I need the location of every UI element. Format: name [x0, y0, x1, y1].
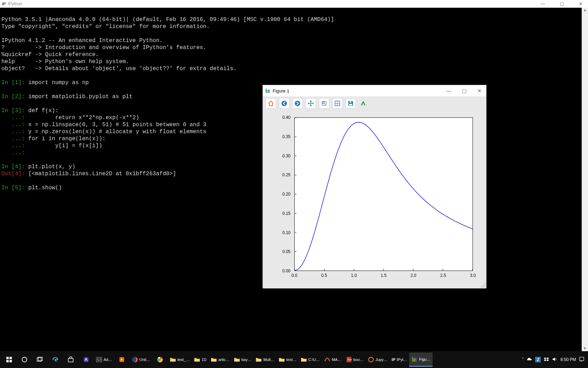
folder-button[interactable]: text…: [276, 353, 299, 367]
in-prompt: In [5]:: [1, 185, 28, 191]
clock[interactable]: 8:50 PM: [560, 357, 576, 362]
pdf-button[interactable]: PDFboo…: [344, 353, 366, 367]
svg-line-7: [324, 103, 325, 104]
cont-prompt: ...:: [1, 122, 28, 128]
store-button[interactable]: [63, 353, 78, 367]
task-label: IPyt…: [397, 357, 407, 362]
chrome-button[interactable]: [152, 353, 168, 367]
svg-rect-36: [68, 359, 73, 362]
y-tick-label: 0.15: [282, 211, 290, 216]
x-tick-label: 1.0: [351, 273, 357, 278]
zoom-button[interactable]: [319, 98, 329, 109]
folder-button[interactable]: bay…: [232, 353, 254, 367]
maximize-button[interactable]: ▢: [556, 1, 567, 6]
taskview-button[interactable]: [32, 353, 48, 367]
folder-button[interactable]: artic…: [209, 353, 232, 367]
figure-window-controls: — ▢ ✕: [444, 88, 484, 94]
code-line: for i in range(len(x)):: [28, 136, 106, 142]
output-line: [<matplotlib.lines.Line2D at 0x1bff263af…: [28, 171, 176, 177]
save-button[interactable]: [345, 98, 356, 109]
code-line: import numpy as np: [28, 80, 89, 86]
task-label: C:\U…: [308, 357, 320, 362]
volume-icon[interactable]: [552, 356, 558, 363]
scroll-down-icon[interactable]: ▼: [582, 347, 588, 350]
terminal-line: %quickref -> Quick reference.: [1, 52, 99, 58]
minimize-button[interactable]: —: [538, 1, 548, 6]
matlab-button[interactable]: MA…: [322, 353, 344, 367]
svg-rect-31: [6, 360, 9, 362]
terminal-line: Python 3.5.1 |Anaconda 4.0.0 (64-bit)| (…: [1, 16, 334, 23]
svg-point-33: [22, 357, 27, 362]
app-title: IPython: [8, 1, 538, 6]
cont-prompt: ...:: [1, 136, 28, 142]
svg-point-4: [295, 101, 300, 106]
svg-point-6: [322, 102, 324, 104]
cortana-button[interactable]: [17, 353, 32, 367]
resize-grip[interactable]: [481, 283, 485, 288]
task-label: Jupy…: [376, 357, 387, 362]
svg-rect-29: [6, 357, 9, 359]
x-tick-label: 3.0: [470, 273, 476, 278]
y-tick-label: 0.40: [282, 115, 290, 120]
edge-button[interactable]: [48, 353, 63, 367]
cont-prompt: ...:: [1, 115, 28, 121]
code-line: import matplotlib.pyplot as plt: [28, 94, 133, 100]
folder-button[interactable]: C:\U…: [299, 353, 322, 367]
home-button[interactable]: [266, 98, 276, 109]
svg-rect-0: [266, 89, 267, 93]
figure-maximize-button[interactable]: ▢: [460, 88, 469, 94]
code-line: y = np.zeros(len(x)) # allocate y with f…: [28, 129, 206, 135]
code-line: plt.show(): [28, 185, 62, 191]
plot-canvas[interactable]: [294, 117, 473, 271]
folder-button[interactable]: 1D: [192, 353, 209, 367]
main-scrollbar[interactable]: ▲ ▼: [582, 8, 588, 351]
subplots-button[interactable]: [332, 98, 343, 109]
ipython-task-button[interactable]: IPIPyt…: [390, 353, 409, 367]
code-line: x = np.linspace(0, 3, 51) # 51 points be…: [28, 122, 206, 128]
y-tick-label: 0.30: [282, 154, 290, 158]
figure-task-button[interactable]: Figu…: [409, 353, 432, 367]
back-button[interactable]: [279, 98, 289, 109]
svg-rect-2: [268, 89, 270, 93]
action-center-icon[interactable]: [579, 356, 584, 363]
cont-prompt: ...:: [1, 150, 28, 156]
folder-button[interactable]: test_…: [168, 353, 192, 367]
firefox-button[interactable]: Unti…: [130, 353, 152, 367]
out-prompt: Out[4]:: [1, 171, 28, 177]
scroll-up-icon[interactable]: ▲: [582, 8, 588, 12]
task-label: bay…: [241, 357, 252, 362]
in-prompt: In [1]:: [1, 80, 28, 86]
x-tick-label: 0.5: [321, 273, 327, 278]
x-tick-label: 2.0: [411, 273, 416, 278]
task-label: Mult…: [263, 357, 274, 362]
y-tick-label: 0.25: [282, 172, 290, 177]
svg-text:PDF: PDF: [347, 359, 352, 361]
folder-button[interactable]: Mult…: [253, 353, 276, 367]
svg-rect-11: [349, 104, 352, 105]
cont-prompt: ...:: [1, 143, 28, 149]
tray-chevron-icon[interactable]: ˄: [522, 357, 524, 362]
cmd-button[interactable]: C:\Ad…: [94, 353, 114, 367]
forward-button[interactable]: [292, 98, 303, 109]
figure-minimize-button[interactable]: —: [444, 88, 453, 94]
app-icon: IP: [2, 2, 6, 6]
start-button[interactable]: [1, 353, 17, 367]
app-button[interactable]: [78, 353, 94, 367]
figure-close-button[interactable]: ✕: [475, 88, 484, 94]
edit-button[interactable]: [359, 98, 369, 109]
onedrive-icon[interactable]: [527, 356, 532, 363]
close-button[interactable]: ✕: [575, 1, 586, 6]
terminal-line: Type "copyright", "credits" or "license"…: [1, 23, 210, 30]
z-icon[interactable]: Z: [535, 357, 541, 362]
task-label: Unti…: [139, 357, 150, 362]
video-button[interactable]: [114, 353, 130, 367]
svg-rect-48: [414, 359, 415, 362]
y-tick-label: 0.20: [282, 192, 290, 197]
figure-titlebar[interactable]: Figure 1 — ▢ ✕: [263, 85, 486, 96]
svg-text:C:\: C:\: [97, 358, 101, 361]
pan-button[interactable]: [306, 98, 316, 109]
taskbar: C:\Ad… Unti… test_… 1D artic… bay… Mult……: [0, 351, 588, 368]
dropbox-icon[interactable]: [544, 356, 549, 363]
svg-point-3: [281, 101, 287, 106]
jupyter-button[interactable]: Jupy…: [366, 353, 390, 367]
